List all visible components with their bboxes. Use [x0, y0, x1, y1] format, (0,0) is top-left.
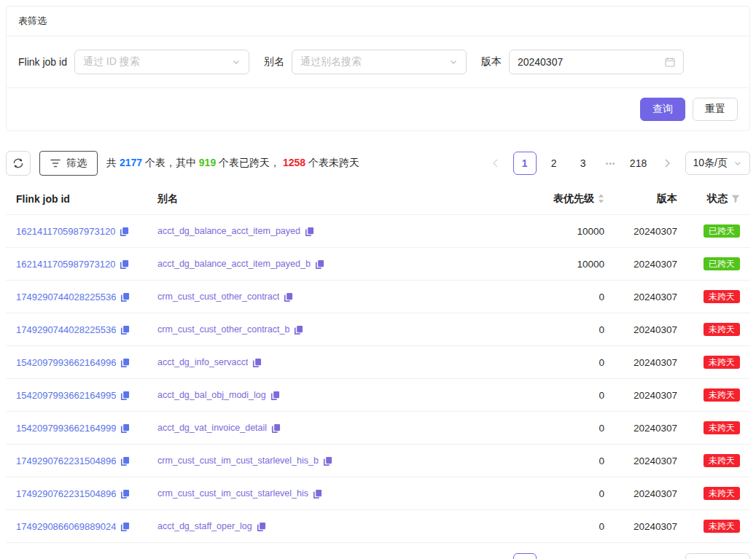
copy-icon[interactable]	[120, 489, 130, 499]
copy-icon[interactable]	[252, 358, 262, 367]
summary-text: 共 2177 个表，其中 919 个表已跨天， 1258 个表未跨天	[106, 157, 359, 170]
page-button-2[interactable]: 2	[542, 553, 566, 559]
flink-job-id-link[interactable]: 1542097993662164996	[16, 357, 116, 368]
status-badge: 未跨天	[704, 487, 740, 500]
alias-cell: acct_dg_balance_acct_item_payed	[152, 226, 534, 236]
filter-card: 表筛选 Flink job id 通过 ID 搜索 别名 通过别名搜索	[6, 6, 750, 131]
next-page-button[interactable]	[656, 152, 679, 175]
alias-link[interactable]: acct_dg_info_servacct	[157, 357, 248, 367]
copy-icon[interactable]	[313, 489, 322, 499]
page-button-3[interactable]: 3	[572, 553, 595, 559]
copy-icon[interactable]	[257, 522, 266, 531]
page-button-2[interactable]: 2	[542, 152, 566, 175]
calendar-icon	[665, 57, 675, 67]
copy-icon[interactable]	[270, 391, 280, 400]
version-field: 版本 20240307	[481, 50, 684, 74]
next-page-button[interactable]	[656, 553, 679, 559]
page-button-last[interactable]: 218	[627, 553, 650, 559]
flink-job-id-select[interactable]: 通过 ID 搜索	[74, 50, 249, 74]
flink-job-id-link[interactable]: 1542097993662164999	[16, 423, 116, 434]
page-size-select[interactable]: 10条/页	[685, 553, 750, 559]
page-size-select[interactable]: 10条/页	[685, 152, 750, 175]
priority-cell: 0	[534, 456, 610, 466]
copy-icon[interactable]	[120, 423, 130, 433]
col-header-status[interactable]: 状态	[683, 192, 750, 206]
copy-icon[interactable]	[120, 259, 129, 269]
flink-job-id-link[interactable]: 1621411705987973120	[16, 259, 115, 270]
flink-job-id-link[interactable]: 1749290762231504896	[16, 488, 116, 499]
flink-job-id-cell: 1749290744028225536	[6, 292, 152, 302]
status-cell: 未跨天	[683, 454, 750, 467]
copy-icon[interactable]	[284, 292, 293, 302]
table-row: 1621411705987973120 acct_dg_balance_acct…	[6, 248, 750, 281]
toolbar: 筛选 共 2177 个表，其中 919 个表已跨天， 1258 个表未跨天 1 …	[6, 151, 750, 176]
alias-link[interactable]: acct_dg_balance_acct_item_payed_b	[157, 259, 311, 269]
alias-link[interactable]: crm_cust_cust_im_cust_starlevel_his	[157, 488, 308, 499]
prev-page-button[interactable]	[484, 152, 507, 175]
alias-link[interactable]: acct_dg_balance_acct_item_payed	[157, 226, 300, 236]
alias-link[interactable]: acct_dg_bal_obj_modi_log	[157, 390, 266, 400]
copy-icon[interactable]	[120, 456, 130, 466]
flink-job-id-link[interactable]: 1749290866069889024	[16, 521, 116, 532]
col-header-priority-label: 表优先级	[553, 192, 594, 206]
col-header-version: 版本	[610, 192, 683, 206]
prev-page-button[interactable]	[484, 553, 507, 559]
flink-job-id-link[interactable]: 1749290744028225536	[16, 324, 116, 335]
status-badge: 未跨天	[704, 323, 740, 336]
table-row: 1542097993662164999 acct_dg_vat_invoice_…	[6, 412, 750, 445]
col-header-priority[interactable]: 表优先级	[534, 192, 610, 206]
alias-cell: crm_cust_cust_other_contract_b	[152, 324, 534, 335]
copy-icon[interactable]	[120, 522, 130, 531]
table-header: Flink job id 别名 表优先级 版本 状态	[6, 183, 750, 215]
flink-job-id-link[interactable]: 1749290762231504896	[16, 456, 116, 466]
version-date-picker[interactable]: 20240307	[509, 50, 684, 74]
table-row: 1542097993662164995 acct_dg_bal_obj_modi…	[6, 379, 750, 412]
flink-job-id-cell: 1621411705987973120	[6, 226, 152, 237]
copy-icon[interactable]	[271, 423, 281, 433]
version-cell: 20240307	[610, 390, 683, 401]
refresh-button[interactable]	[6, 151, 31, 176]
alias-link[interactable]: acct_dg_vat_invoice_detail	[157, 423, 267, 433]
alias-link[interactable]: crm_cust_cust_other_contract_b	[157, 324, 289, 335]
alias-select[interactable]: 通过别名搜索	[292, 50, 467, 74]
page-ellipsis[interactable]: •••	[601, 160, 621, 168]
alias-link[interactable]: crm_cust_cust_other_contract	[157, 292, 279, 302]
table-row: 1749290866069889024 acct_dg_staff_oper_l…	[6, 510, 750, 543]
copy-icon[interactable]	[120, 292, 130, 302]
filter-toggle-button[interactable]: 筛选	[39, 151, 98, 176]
summary-suffix: 个表未跨天	[305, 157, 359, 168]
filter-card-title: 表筛选	[7, 7, 749, 36]
filter-funnel-icon[interactable]	[731, 195, 740, 203]
alias-cell: acct_dg_bal_obj_modi_log	[152, 390, 534, 400]
alias-link[interactable]: acct_dg_staff_oper_log	[157, 521, 252, 531]
flink-job-id-link[interactable]: 1542097993662164995	[16, 390, 116, 401]
status-cell: 未跨天	[683, 290, 750, 303]
copy-icon[interactable]	[305, 227, 314, 236]
page-button-1[interactable]: 1	[513, 553, 537, 559]
alias-link[interactable]: crm_cust_cust_im_cust_starlevel_his_b	[157, 456, 319, 466]
flink-job-id-field: Flink job id 通过 ID 搜索	[18, 50, 249, 74]
copy-icon[interactable]	[120, 325, 130, 335]
page-button-1[interactable]: 1	[513, 152, 537, 175]
page-button-last[interactable]: 218	[627, 152, 650, 175]
copy-icon[interactable]	[120, 227, 129, 236]
copy-icon[interactable]	[294, 325, 303, 335]
status-cell: 未跨天	[683, 323, 750, 336]
copy-icon[interactable]	[120, 358, 130, 367]
page-button-3[interactable]: 3	[572, 152, 595, 175]
summary-prefix: 共	[106, 157, 120, 168]
flink-job-id-link[interactable]: 1749290744028225536	[16, 292, 116, 302]
chevron-down-icon	[733, 159, 742, 168]
status-badge: 未跨天	[704, 290, 740, 303]
flink-job-id-cell: 1621411705987973120	[6, 259, 152, 270]
sort-icon[interactable]	[598, 194, 604, 203]
chevron-down-icon	[449, 58, 458, 66]
reset-button[interactable]: 重置	[693, 98, 738, 121]
copy-icon[interactable]	[323, 456, 332, 466]
flink-job-id-link[interactable]: 1621411705987973120	[16, 226, 115, 237]
copy-icon[interactable]	[120, 391, 130, 400]
filter-toggle-label: 筛选	[66, 157, 87, 170]
query-button[interactable]: 查询	[640, 98, 685, 121]
copy-icon[interactable]	[315, 259, 324, 269]
col-header-status-label: 状态	[707, 192, 728, 206]
